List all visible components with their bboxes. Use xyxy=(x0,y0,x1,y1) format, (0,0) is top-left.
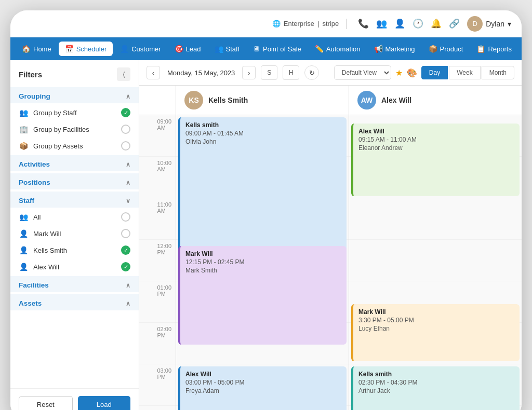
event-title: Mark Will xyxy=(358,308,514,316)
avatar: D xyxy=(467,16,483,32)
section-positions[interactable]: Positions ∧ xyxy=(10,173,139,189)
phone-icon[interactable]: 📞 xyxy=(358,18,369,29)
staff-icon: 👥 xyxy=(215,45,223,53)
staff-kells[interactable]: 👤 Kells Smith ✓ xyxy=(10,242,139,258)
event-alex-afternoon[interactable]: Alex Will 03:00 PM - 05:00 PM Freya Adam xyxy=(178,366,347,410)
event-kells-afternoon[interactable]: Kells smith 02:30 PM - 04:30 PM Arthur J… xyxy=(351,366,520,410)
calendar-header: KS Kells Smith AW Alex Will xyxy=(139,86,522,115)
event-mark-noon[interactable]: Mark Will 12:15 PM - 02:45 PM Mark Smith xyxy=(178,246,347,345)
staff-toggle[interactable]: ∨ xyxy=(126,197,130,204)
current-date: Monday, 15 May, 2023 xyxy=(163,67,239,79)
user-menu[interactable]: D Dylan ▾ xyxy=(467,16,511,32)
facilities-radio xyxy=(121,125,130,134)
product-icon: 📦 xyxy=(429,45,437,53)
period-day-tab[interactable]: Day xyxy=(421,66,448,79)
section-facilities[interactable]: Facilities ∧ xyxy=(10,276,139,292)
divider xyxy=(346,19,347,29)
nav-staff-label: Staff xyxy=(226,45,240,53)
nav-lead-label: Lead xyxy=(186,45,201,53)
filters-title: Filters xyxy=(19,70,42,79)
positions-toggle[interactable]: ∧ xyxy=(126,179,130,186)
nav-customer-label: Customer xyxy=(131,45,161,53)
next-date-button[interactable]: › xyxy=(242,66,256,79)
grouping-label: Grouping xyxy=(19,92,50,100)
facilities-toggle[interactable]: ∧ xyxy=(126,282,130,289)
lead-icon: 🎯 xyxy=(175,45,183,53)
group-by-staff[interactable]: 👥 Group by Staff ✓ xyxy=(10,104,139,121)
event-mark-afternoon[interactable]: Mark Will 3:30 PM - 05:00 PM Lucy Ethan xyxy=(351,304,520,361)
nav-marketing[interactable]: 📢 Marketing xyxy=(368,42,421,56)
nav-scheduler[interactable]: 📅 Scheduler xyxy=(59,42,113,56)
load-button[interactable]: Load xyxy=(78,396,131,410)
kells-icon: 👤 xyxy=(19,246,28,254)
event-person: Olivia John xyxy=(185,138,341,145)
time-2pm: 02:00PM xyxy=(139,323,176,364)
nav-customer[interactable]: 👤 Customer xyxy=(114,42,167,56)
nav-pos[interactable]: 🖥 Point of Sale xyxy=(247,42,308,56)
collapse-button[interactable]: ⟨ xyxy=(117,67,130,81)
event-time: 02:30 PM - 04:30 PM xyxy=(358,379,514,386)
time-11am: 11:00AM xyxy=(139,198,176,240)
tablet-frame: 🌐 Enterprise | stripe 📞 👥 👤 🕐 🔔 🔗 D Dyla… xyxy=(10,10,522,410)
group-by-facilities[interactable]: 🏢 Group by Facilities xyxy=(10,121,139,138)
mark-icon: 👤 xyxy=(19,229,28,238)
group-assets-label: Group by Assets xyxy=(33,142,83,150)
alex-header: AW Alex Will xyxy=(349,86,522,115)
nav-reports-label: Reports xyxy=(488,45,512,53)
staff-section-label: Staff xyxy=(19,197,34,204)
nav-marketing-label: Marketing xyxy=(385,45,415,53)
nav-setup[interactable]: ⚙️ Setup xyxy=(519,42,522,56)
period-week-tab[interactable]: Week xyxy=(449,66,480,79)
view-dropdown[interactable]: Default View xyxy=(334,65,391,80)
kells-name: Kells Smith xyxy=(208,96,248,104)
nav-home-label: Home xyxy=(33,45,51,53)
paint-icon[interactable]: 🎨 xyxy=(407,68,417,78)
period-month-tab[interactable]: Month xyxy=(482,66,514,79)
nav-automation[interactable]: ✏️ Automation xyxy=(309,42,367,56)
time-1pm: 01:00PM xyxy=(139,281,176,323)
activities-toggle[interactable]: ∧ xyxy=(126,161,130,168)
nav-lead[interactable]: 🎯 Lead xyxy=(168,42,207,56)
nav-home[interactable]: 🏠 Home xyxy=(16,42,58,56)
prev-date-button[interactable]: ‹ xyxy=(147,66,160,79)
refresh-button[interactable]: ↻ xyxy=(304,65,319,80)
star-icon[interactable]: ★ xyxy=(395,68,403,78)
assets-toggle[interactable]: ∧ xyxy=(126,300,130,307)
reset-button[interactable]: Reset xyxy=(19,396,73,410)
group-by-assets[interactable]: 📦 Group by Assets xyxy=(10,138,139,154)
team-icon[interactable]: 👥 xyxy=(376,18,387,29)
nav-product[interactable]: 📦 Product xyxy=(422,42,470,56)
staff-alex[interactable]: 👤 Alex Will ✓ xyxy=(10,258,139,275)
facilities-label: Facilities xyxy=(19,281,49,289)
time-12pm: 12:00PM xyxy=(139,240,176,281)
view-s-button[interactable]: S xyxy=(261,65,277,80)
user-switch-icon[interactable]: 👤 xyxy=(394,18,405,29)
section-assets[interactable]: Assets ∧ xyxy=(10,294,139,310)
nav-product-label: Product xyxy=(440,45,463,53)
assets-label: Assets xyxy=(19,299,42,307)
clock-icon[interactable]: 🕐 xyxy=(413,18,423,29)
sidebar-header: Filters ⟨ xyxy=(10,60,139,86)
view-h-button[interactable]: H xyxy=(283,65,299,80)
bell-icon[interactable]: 🔔 xyxy=(431,18,442,29)
section-activities[interactable]: Activities ∧ xyxy=(10,155,139,171)
grouping-toggle[interactable]: ∧ xyxy=(126,93,130,100)
staff-all[interactable]: 👥 All xyxy=(10,209,139,225)
share-icon[interactable]: 🔗 xyxy=(449,18,460,29)
event-title: Mark Will xyxy=(185,250,341,257)
event-alex-morning[interactable]: Alex Will 09:15 AM - 11:00 AM Eleanor An… xyxy=(351,124,520,196)
automation-icon: ✏️ xyxy=(315,45,324,53)
event-time: 03:00 PM - 05:00 PM xyxy=(185,379,341,386)
nav-reports[interactable]: 📋 Reports xyxy=(470,42,518,56)
section-staff[interactable]: Staff ∨ xyxy=(10,192,139,208)
event-kells-morning[interactable]: Kells smith 09:00 AM - 01:45 AM Olivia J… xyxy=(178,117,347,257)
nav-staff[interactable]: 👥 Staff xyxy=(208,42,246,56)
section-grouping[interactable]: Grouping ∧ xyxy=(10,87,139,103)
staff-kells-label: Kells Smith xyxy=(33,247,67,254)
kells-avatar: KS xyxy=(184,91,203,110)
alex-avatar: AW xyxy=(357,91,376,110)
home-icon: 🏠 xyxy=(22,45,31,53)
staff-mark[interactable]: 👤 Mark Will xyxy=(10,225,139,242)
time-slots: 09:00AM 10:00AM 11:00AM 12:00PM 01:00PM … xyxy=(139,115,176,410)
nav-bar: 🏠 Home 📅 Scheduler 👤 Customer 🎯 Lead 👥 S… xyxy=(10,37,522,60)
